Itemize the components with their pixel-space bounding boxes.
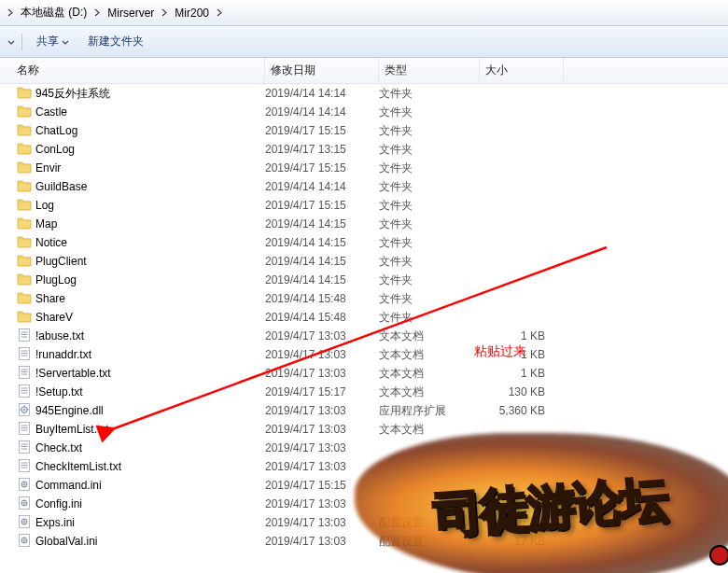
file-name: ChatLog <box>35 124 77 137</box>
file-type: 文件夹 <box>379 142 480 158</box>
svg-rect-12 <box>20 384 30 397</box>
chevron-down-icon <box>62 35 69 49</box>
text-icon <box>17 458 32 476</box>
file-list[interactable]: 945反外挂系统2019/4/14 14:14文件夹Castle2019/4/1… <box>0 84 728 551</box>
file-name: PlugLog <box>35 273 77 286</box>
file-row[interactable]: !runaddr.txt2019/4/17 13:03文本文档1 KB <box>0 345 728 364</box>
folder-icon <box>17 234 32 252</box>
file-size: 17 KB <box>480 516 564 529</box>
file-row[interactable]: Notice2019/4/14 14:15文件夹 <box>0 233 728 252</box>
file-row[interactable]: 945Engine.dll2019/4/17 13:03应用程序扩展5,360 … <box>0 401 728 420</box>
svg-point-18 <box>23 409 25 411</box>
file-type: 文件夹 <box>379 179 480 195</box>
file-type: 文件夹 <box>379 310 480 326</box>
file-type: 文本文档 <box>379 366 480 382</box>
file-row[interactable]: Castle2019/4/14 14:14文件夹 <box>0 103 728 121</box>
file-row[interactable]: Share2019/4/14 15:48文件夹 <box>0 289 728 308</box>
file-row[interactable]: GlobalVal.ini2019/4/17 13:03配置设置17 KB <box>0 532 728 551</box>
file-row[interactable]: Exps.ini2019/4/17 13:03配置设置17 KB <box>0 513 728 532</box>
ini-icon <box>17 496 32 513</box>
file-type: 文本文档 <box>379 422 480 438</box>
file-row[interactable]: 945反外挂系统2019/4/14 14:14文件夹 <box>0 84 728 103</box>
file-row[interactable]: Command.ini2019/4/17 15:15 <box>0 476 728 495</box>
folder-icon <box>17 290 32 308</box>
folder-icon <box>17 272 32 289</box>
file-row[interactable]: Check.txt2019/4/17 13:03 <box>0 439 728 457</box>
breadcrumb-seg-2[interactable]: Mir200 <box>171 0 213 25</box>
file-name: CheckItemList.txt <box>35 460 121 473</box>
file-type: 文本文档 <box>379 347 480 363</box>
file-type: 文件夹 <box>379 217 480 232</box>
file-date: 2019/4/14 14:15 <box>265 255 379 268</box>
file-date: 2019/4/17 15:15 <box>265 479 379 492</box>
folder-icon <box>17 178 32 196</box>
file-row[interactable]: GuildBase2019/4/14 14:14文件夹 <box>0 177 728 196</box>
file-name: 945反外挂系统 <box>35 86 110 102</box>
file-name: GuildBase <box>35 180 87 193</box>
file-type: 文件夹 <box>379 198 480 214</box>
ini-icon <box>17 477 32 495</box>
file-row[interactable]: Envir2019/4/17 15:15文件夹 <box>0 159 728 177</box>
new-folder-label: 新建文件夹 <box>88 34 144 49</box>
file-row[interactable]: Config.ini2019/4/17 13:03 <box>0 495 728 513</box>
file-date: 2019/4/14 14:15 <box>265 236 379 249</box>
chevron-right-icon[interactable] <box>158 8 171 17</box>
file-row[interactable]: BuyItemList.txt2019/4/17 13:03文本文档 <box>0 420 728 439</box>
file-row[interactable]: ChatLog2019/4/17 15:15文件夹 <box>0 121 728 140</box>
breadcrumb-seg-0[interactable]: 本地磁盘 (D:) <box>17 0 91 25</box>
file-type: 文件夹 <box>379 273 480 288</box>
file-name: !runaddr.txt <box>35 348 91 361</box>
file-row[interactable]: Log2019/4/17 15:15文件夹 <box>0 196 728 215</box>
text-icon <box>17 365 32 383</box>
file-type: 应用程序扩展 <box>379 403 480 419</box>
file-name: Config.ini <box>35 497 82 510</box>
file-row[interactable]: CheckItemList.txt2019/4/17 13:03 <box>0 457 728 476</box>
file-type: 文件夹 <box>379 235 480 251</box>
file-date: 2019/4/17 13:15 <box>265 143 379 156</box>
share-label: 共享 <box>36 34 59 49</box>
file-date: 2019/4/14 14:14 <box>265 105 379 119</box>
file-name: Envir <box>35 161 61 175</box>
file-size: 1 KB <box>480 367 564 380</box>
chevron-right-icon[interactable] <box>213 8 226 17</box>
file-name: ConLog <box>35 143 75 156</box>
header-name[interactable]: 名称 <box>0 58 265 83</box>
file-row[interactable]: !Setup.txt2019/4/17 15:17文本文档130 KB <box>0 383 728 401</box>
header-type[interactable]: 类型 <box>379 58 480 83</box>
file-row[interactable]: ConLog2019/4/17 13:15文件夹 <box>0 140 728 159</box>
chevron-right-icon[interactable] <box>91 8 104 17</box>
svg-rect-27 <box>20 459 30 471</box>
file-row[interactable]: !abuse.txt2019/4/17 13:03文本文档1 KB <box>0 327 728 345</box>
file-size: 130 KB <box>480 385 564 398</box>
folder-icon <box>17 197 32 215</box>
file-date: 2019/4/14 14:14 <box>265 180 379 193</box>
folder-icon <box>17 160 32 177</box>
file-name: PlugClient <box>35 255 87 268</box>
file-row[interactable]: ShareV2019/4/14 15:48文件夹 <box>0 308 728 327</box>
file-date: 2019/4/17 13:03 <box>265 535 379 548</box>
breadcrumb-seg-1[interactable]: Mirserver <box>104 0 158 25</box>
svg-rect-4 <box>20 347 30 359</box>
chevron-down-icon[interactable] <box>7 35 15 49</box>
file-row[interactable]: !Servertable.txt2019/4/17 13:03文本文档1 KB <box>0 364 728 383</box>
file-type: 文件夹 <box>379 291 480 307</box>
folder-icon <box>17 122 32 140</box>
file-row[interactable]: Map2019/4/14 14:15文件夹 <box>0 215 728 233</box>
file-size: 5,360 KB <box>480 404 564 417</box>
chevron-right-icon[interactable] <box>4 8 17 17</box>
file-date: 2019/4/17 13:03 <box>265 404 379 417</box>
ini-icon <box>17 514 32 532</box>
text-icon <box>17 440 32 457</box>
file-date: 2019/4/14 14:14 <box>265 87 379 100</box>
header-date[interactable]: 修改日期 <box>265 58 379 83</box>
file-date: 2019/4/17 13:03 <box>265 367 379 380</box>
file-row[interactable]: PlugLog2019/4/14 14:15文件夹 <box>0 271 728 289</box>
file-row[interactable]: PlugClient2019/4/14 14:15文件夹 <box>0 252 728 271</box>
new-folder-button[interactable]: 新建文件夹 <box>80 30 151 53</box>
file-type: 配置设置 <box>379 534 480 550</box>
file-date: 2019/4/17 13:03 <box>265 348 379 361</box>
breadcrumb[interactable]: 本地磁盘 (D:) Mirserver Mir200 <box>0 0 728 26</box>
share-button[interactable]: 共享 <box>29 30 77 53</box>
file-date: 2019/4/17 13:03 <box>265 460 379 473</box>
header-size[interactable]: 大小 <box>480 58 564 83</box>
